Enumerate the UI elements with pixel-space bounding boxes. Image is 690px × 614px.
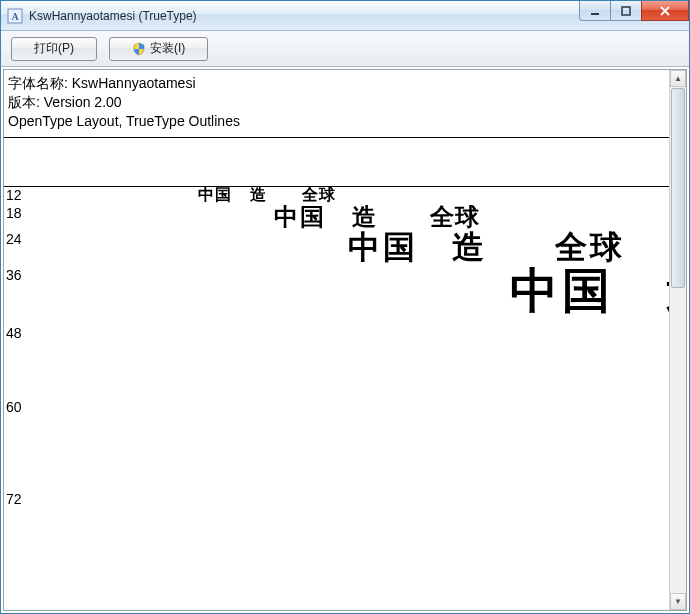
sample-row-12: 12 中国 造 全球 [4,187,669,205]
print-button-label: 打印(P) [34,40,74,57]
print-button[interactable]: 打印(P) [11,37,97,61]
size-label: 72 [4,491,30,507]
font-version-line: 版本: Version 2.00 [8,93,665,112]
scroll-down-button[interactable]: ▼ [670,593,686,610]
vertical-scrollbar[interactable]: ▲ ▼ [669,70,686,610]
install-button[interactable]: 安装(I) [109,37,208,61]
size-label: 12 [4,187,30,203]
shield-icon [132,42,146,56]
svg-rect-3 [622,7,630,15]
close-button[interactable] [641,1,689,21]
sample-row-36: 36 中国 造 全球 [4,267,669,325]
sample-text: 中国 造 全球 [30,325,669,389]
font-layout-line: OpenType Layout, TrueType Outlines [8,112,665,131]
size-label: 48 [4,325,30,341]
titlebar[interactable]: A KswHannyaotamesi (TrueType) [1,1,689,31]
size-label: 60 [4,399,30,415]
scroll-thumb[interactable] [671,88,685,288]
font-metadata: 字体名称: KswHannyaotamesi 版本: Version 2.00 … [4,70,669,133]
sample-text: 中国 造 全球 [30,399,669,479]
window-title: KswHannyaotamesi (TrueType) [29,9,197,23]
install-button-label: 安装(I) [150,40,185,57]
size-label: 24 [4,231,30,247]
sample-text: 中国 造 全球 [30,267,669,315]
size-label: 36 [4,267,30,283]
sample-area: 12 中国 造 全球 18 中国 造 全球 24 中国 造 全球 36 中国 造… [4,186,669,599]
sample-text: 中国 造 全球 [30,231,624,263]
svg-rect-2 [591,13,599,15]
sample-row-18: 18 中国 造 全球 [4,205,669,231]
app-icon: A [7,8,23,24]
sample-row-48: 48 中国 造 全球 [4,325,669,399]
window-controls [580,1,689,30]
sample-text: 中国 造 全球 [30,187,336,203]
sample-row-24: 24 中国 造 全球 [4,231,669,267]
scroll-up-button[interactable]: ▲ [670,70,686,87]
sample-text: 中国 造 全球 [30,491,669,587]
divider [4,137,669,138]
toolbar: 打印(P) 安装(I) [1,31,689,67]
maximize-button[interactable] [610,1,642,21]
font-viewer-window: A KswHannyaotamesi (TrueType) 打印(P) [0,0,690,614]
font-name-line: 字体名称: KswHannyaotamesi [8,74,665,93]
svg-text:A: A [11,11,19,22]
content-inner: 字体名称: KswHannyaotamesi 版本: Version 2.00 … [4,70,669,610]
sample-row-60: 60 中国 造 全球 [4,399,669,491]
minimize-button[interactable] [579,1,611,21]
size-label: 18 [4,205,30,221]
content-area: 字体名称: KswHannyaotamesi 版本: Version 2.00 … [3,69,687,611]
sample-text: 中国 造 全球 [30,205,481,229]
sample-row-72: 72 中国 造 全球 [4,491,669,599]
